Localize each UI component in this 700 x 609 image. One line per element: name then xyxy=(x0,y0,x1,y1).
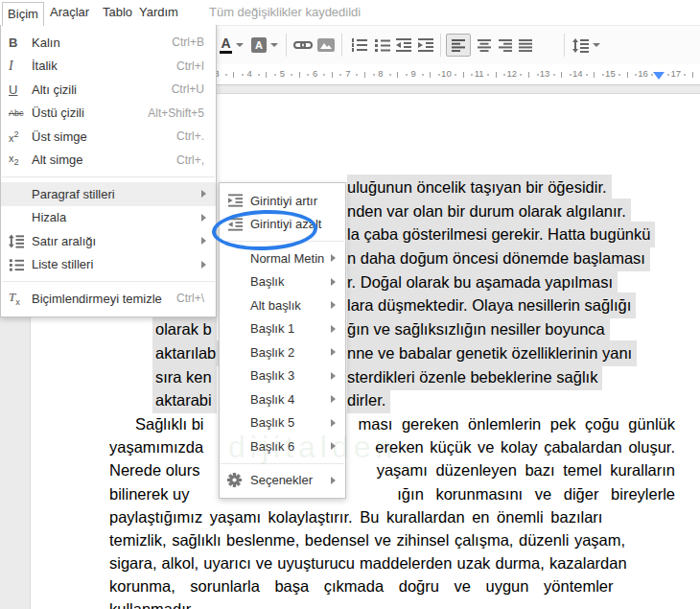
superscript-icon: x2 xyxy=(9,129,32,144)
menu-yardim[interactable]: Yardım xyxy=(133,4,184,21)
ruler-tick xyxy=(528,72,529,78)
submenu-item-baslik-5[interactable]: Başlık 5 xyxy=(220,411,345,435)
doc-line: Nerede olurs xyxy=(109,460,199,480)
menu-item-satir-araligi[interactable]: Satır aralığı xyxy=(1,229,216,253)
ruler-number: 11 xyxy=(473,68,486,79)
line-spacing-button[interactable] xyxy=(572,34,600,57)
doc-line: yaşamımızda xyxy=(109,437,203,457)
doc-line: ğın ve sağlıksızlığın nesiller boyunca xyxy=(347,316,610,342)
chevron-down-icon xyxy=(593,43,600,47)
highlight-color-icon: A xyxy=(251,37,267,53)
insert-image-button[interactable] xyxy=(315,34,337,57)
increase-indent-button[interactable] xyxy=(415,34,436,57)
submenu-arrow-icon xyxy=(331,442,336,450)
bold-icon: B xyxy=(9,35,32,50)
menu-tablo[interactable]: Tablo xyxy=(97,4,138,21)
decrease-indent-icon xyxy=(395,38,412,52)
menu-araclar[interactable]: Araçlar xyxy=(44,4,95,21)
submenu-item-secenekler[interactable]: Seçenekler xyxy=(220,469,345,493)
bulleted-list-button[interactable] xyxy=(371,34,392,57)
menu-item-paragraf-stilleri[interactable]: Paragraf stilleri xyxy=(1,182,216,206)
ruler-tick xyxy=(225,74,227,76)
submenu-item-baslik-2[interactable]: Başlık 2 xyxy=(220,340,345,364)
submenu-item-baslik-4[interactable]: Başlık 4 xyxy=(220,387,345,411)
submenu-arrow-icon xyxy=(331,372,336,380)
gear-icon xyxy=(227,473,250,487)
ruler-tick xyxy=(389,74,391,76)
save-status: Tüm değişiklikler kaydedildi xyxy=(209,5,361,19)
numbered-list-icon xyxy=(351,38,367,52)
submenu-arrow-icon xyxy=(331,278,336,286)
doc-line: sigara, alkol, uyarıcı ve uyuşturucu mad… xyxy=(109,553,627,573)
submenu-arrow-icon xyxy=(201,237,206,245)
doc-line: ması gereken önlemlerin pek çoğu günlük xyxy=(359,414,675,433)
submenu-item-girintiyi-artir[interactable]: Girintiyi artır xyxy=(220,189,345,213)
align-center-button[interactable] xyxy=(474,34,495,57)
submenu-arrow-icon xyxy=(201,261,206,269)
submenu-item-alt-baslik[interactable]: Alt başlık xyxy=(220,293,345,317)
menu-item-alt-simge[interactable]: x2 Alt simge Ctrl+, xyxy=(1,149,216,173)
menu-separator xyxy=(221,463,344,464)
submenu-item-baslik[interactable]: Başlık xyxy=(220,270,345,294)
submenu-arrow-icon xyxy=(331,477,336,484)
justify-button[interactable] xyxy=(515,34,536,57)
ruler-number: 6 xyxy=(309,68,322,79)
text-color-button[interactable]: A xyxy=(220,34,244,57)
increase-indent-icon xyxy=(227,194,250,207)
submenu-arrow-icon xyxy=(331,325,336,333)
align-left-button[interactable] xyxy=(446,34,471,57)
menu-item-ust-simge[interactable]: x2 Üst simge Ctrl+. xyxy=(1,125,216,149)
ruler-number: 4 xyxy=(243,68,256,79)
menu-bicim[interactable]: Biçim xyxy=(2,2,44,26)
menu-item-italik[interactable]: I İtalik Ctrl+I xyxy=(1,55,216,79)
submenu-arrow-icon xyxy=(331,395,336,403)
strikethrough-icon: Abc xyxy=(9,108,32,118)
ruler-tick xyxy=(586,74,588,76)
menu-item-alti-cizili[interactable]: U Altı çizili Ctrl+U xyxy=(1,78,216,102)
doc-line: yaşamı düzenleyen bazı temel kuralların xyxy=(377,460,675,480)
doc-line: ığın korunmasını ve diğer bireylerle xyxy=(397,484,675,504)
format-menu: B Kalın Ctrl+B I İtalik Ctrl+I U Altı çi… xyxy=(0,24,217,317)
ruler-tick xyxy=(356,74,358,76)
align-right-icon xyxy=(498,39,513,52)
submenu-item-baslik-3[interactable]: Başlık 3 xyxy=(220,364,345,388)
ruler-tick xyxy=(258,74,260,76)
justify-icon xyxy=(518,39,533,52)
ruler-tick xyxy=(397,72,398,78)
ruler-number: 15 xyxy=(603,68,617,79)
doc-line: olarak b xyxy=(152,316,217,342)
doc-line: lara düşmektedir. Olaya nesillerin sağlı… xyxy=(347,293,636,318)
submenu-arrow-icon xyxy=(201,214,206,222)
menu-item-kalin[interactable]: B Kalın Ctrl+B xyxy=(1,31,216,55)
submenu-arrow-icon xyxy=(201,190,206,198)
menu-item-bicimlendirmeyi-temizle[interactable]: Tx Biçimlendirmeyi temizle Ctrl+\ xyxy=(1,287,216,311)
submenu-item-baslik-1[interactable]: Başlık 1 xyxy=(220,317,345,341)
menu-item-hizala[interactable]: Hizala xyxy=(1,206,216,230)
menu-item-liste-stilleri[interactable]: Liste stilleri xyxy=(1,253,216,277)
align-right-button[interactable] xyxy=(495,34,516,57)
submenu-item-baslik-6[interactable]: Başlık 6 xyxy=(220,434,345,458)
line-spacing-icon xyxy=(572,38,589,53)
ruler-tick xyxy=(520,74,522,76)
indent-marker-icon[interactable] xyxy=(653,72,665,80)
chevron-down-icon xyxy=(236,43,244,47)
submenu-item-normal-metin[interactable]: Normal Metin xyxy=(220,246,345,270)
doc-line: aktarabi xyxy=(152,387,217,413)
ruler-number: 13 xyxy=(538,68,551,79)
highlight-color-button[interactable]: A xyxy=(251,34,278,57)
numbered-list-button[interactable] xyxy=(348,34,369,57)
ruler-tick xyxy=(684,74,686,76)
doc-line: Sağlıklı bi xyxy=(135,414,204,433)
ruler-number: 12 xyxy=(505,68,519,79)
doc-line: bilinerek uy xyxy=(109,484,189,504)
doc-line: r. Doğal olarak bu aşamada yapılması xyxy=(347,269,618,295)
doc-line: sterdikleri özenle bebeklerine sağlık xyxy=(347,364,602,390)
menu-item-ustu-cizili[interactable]: Abc Üstü çizili Alt+Shift+5 xyxy=(1,102,216,126)
ruler-tick xyxy=(422,74,424,76)
menu-separator xyxy=(2,176,215,177)
ruler-number: 5 xyxy=(275,68,289,79)
insert-link-button[interactable] xyxy=(292,34,314,57)
ruler-tick xyxy=(299,72,300,78)
decrease-indent-button[interactable] xyxy=(393,34,414,57)
doc-line: paylaştığımız yaşamı kolaylaştırır. Bu k… xyxy=(109,507,602,527)
